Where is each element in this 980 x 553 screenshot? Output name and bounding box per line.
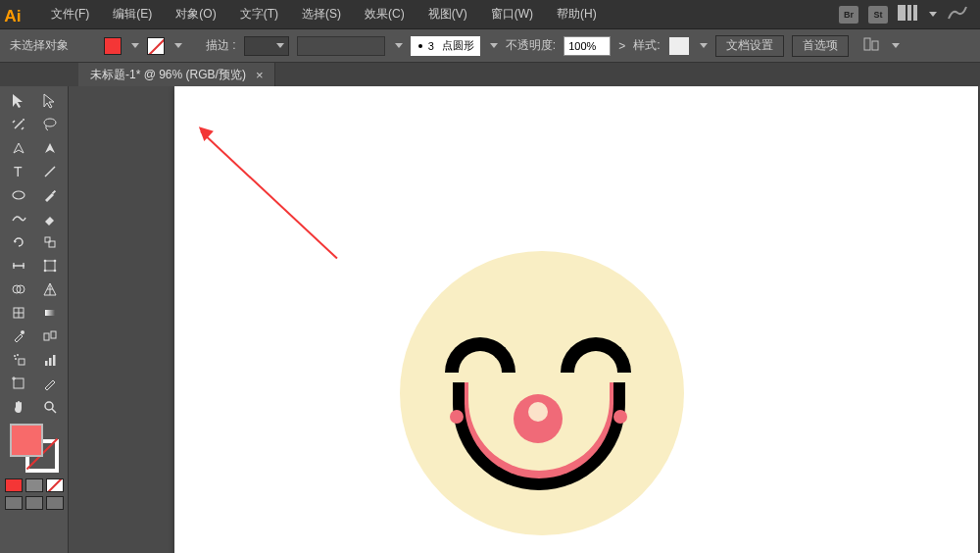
- pen-tool[interactable]: [4, 137, 33, 159]
- chevron-down-icon[interactable]: [929, 12, 937, 17]
- artwork-nose-inner: [528, 402, 548, 422]
- zoom-tool[interactable]: [35, 396, 65, 418]
- shape-builder-tool[interactable]: [4, 278, 33, 300]
- chevron-down-icon[interactable]: [131, 43, 139, 48]
- draw-inside-icon[interactable]: [46, 496, 64, 510]
- direct-selection-tool[interactable]: [35, 90, 65, 112]
- color-swatch-none[interactable]: [46, 478, 64, 492]
- svg-rect-34: [53, 355, 56, 366]
- chevron-down-icon[interactable]: [490, 43, 498, 48]
- selection-tool[interactable]: [4, 90, 33, 112]
- dot-icon: [418, 44, 422, 48]
- line-tool[interactable]: [35, 161, 65, 182]
- menu-window[interactable]: 窗口(W): [481, 2, 543, 26]
- menu-object[interactable]: 对象(O): [166, 2, 225, 26]
- stock-icon[interactable]: St: [868, 6, 888, 24]
- menu-help[interactable]: 帮助(H): [547, 2, 607, 26]
- column-graph-tool[interactable]: [35, 349, 65, 371]
- gpu-icon[interactable]: [947, 5, 968, 24]
- menu-file[interactable]: 文件(F): [41, 2, 99, 26]
- curvature-tool[interactable]: [35, 137, 65, 159]
- menu-type[interactable]: 文字(T): [230, 2, 288, 26]
- menu-select[interactable]: 选择(S): [292, 2, 351, 26]
- svg-rect-3: [913, 5, 917, 21]
- svg-rect-14: [45, 261, 55, 271]
- stroke-weight-input[interactable]: [244, 36, 289, 56]
- svg-point-16: [53, 260, 56, 263]
- paintbrush-tool[interactable]: [35, 184, 65, 206]
- menu-view[interactable]: 视图(V): [418, 2, 477, 26]
- scale-tool[interactable]: [35, 231, 65, 253]
- svg-rect-27: [51, 331, 56, 338]
- mesh-tool[interactable]: [4, 302, 33, 324]
- chevron-down-icon[interactable]: [892, 43, 900, 48]
- eraser-tool[interactable]: [35, 208, 65, 229]
- svg-point-17: [43, 270, 46, 273]
- svg-text:Ai: Ai: [4, 5, 21, 25]
- svg-point-30: [17, 354, 19, 356]
- color-mode-row: [5, 478, 64, 492]
- blend-tool[interactable]: [35, 326, 65, 347]
- svg-rect-5: [872, 41, 878, 50]
- type-tool[interactable]: T: [4, 161, 33, 182]
- fill-color-box[interactable]: [10, 424, 43, 457]
- chevron-down-icon[interactable]: [395, 43, 403, 48]
- document-tab[interactable]: 未标题-1* @ 96% (RGB/预览) ×: [78, 63, 275, 86]
- magic-wand-tool[interactable]: [4, 114, 33, 135]
- color-swatch-red[interactable]: [5, 478, 23, 492]
- rotate-tool[interactable]: [4, 231, 33, 253]
- arrange-docs-icon[interactable]: [898, 5, 917, 24]
- stroke-swatch[interactable]: [147, 37, 165, 55]
- canvas-area[interactable]: [69, 86, 980, 553]
- svg-point-6: [23, 119, 24, 121]
- draw-normal-icon[interactable]: [5, 496, 23, 510]
- artboard-tool[interactable]: [4, 373, 33, 394]
- perspective-grid-tool[interactable]: [35, 278, 65, 300]
- bridge-icon[interactable]: Br: [839, 6, 858, 24]
- draw-behind-icon[interactable]: [25, 496, 43, 510]
- symbol-sprayer-tool[interactable]: [4, 349, 33, 371]
- chevron-down-icon: [276, 43, 284, 48]
- toolbox: T: [0, 86, 69, 553]
- artwork-mouth-cap-right: [613, 410, 627, 424]
- opacity-input[interactable]: 100%: [564, 36, 611, 56]
- no-selection-label: 未选择对象: [10, 37, 69, 54]
- menu-effect[interactable]: 效果(C): [355, 2, 415, 26]
- align-dropdown[interactable]: [862, 36, 882, 55]
- opacity-value: 100%: [568, 40, 596, 52]
- ellipse-tool[interactable]: [4, 184, 33, 206]
- menu-right-widgets: Br St: [839, 5, 978, 24]
- svg-point-10: [13, 191, 24, 199]
- gradient-tool[interactable]: [35, 302, 65, 324]
- svg-rect-24: [45, 310, 55, 316]
- fill-swatch[interactable]: [104, 37, 122, 55]
- lasso-tool[interactable]: [35, 114, 65, 135]
- chevron-down-icon[interactable]: [174, 43, 182, 48]
- document-tab-title: 未标题-1* @ 96% (RGB/预览): [90, 67, 246, 83]
- svg-text:T: T: [14, 164, 23, 179]
- graphic-style-dropdown[interactable]: [668, 36, 690, 56]
- svg-line-39: [52, 409, 56, 413]
- style-label: 样式:: [633, 37, 660, 54]
- menu-edit[interactable]: 编辑(E): [103, 2, 162, 26]
- close-icon[interactable]: ×: [256, 68, 264, 82]
- shaper-tool[interactable]: [4, 208, 33, 229]
- width-tool[interactable]: [4, 255, 33, 276]
- stroke-profile-dropdown[interactable]: [297, 36, 385, 56]
- brush-definition-dropdown[interactable]: 3 点圆形: [411, 36, 480, 56]
- fill-stroke-indicator[interactable]: [8, 422, 61, 475]
- color-swatch-gradient[interactable]: [25, 478, 43, 492]
- svg-rect-11: [51, 190, 55, 194]
- chevron-down-icon[interactable]: [700, 43, 708, 48]
- brush-name: 点圆形: [442, 38, 474, 53]
- svg-point-7: [44, 119, 56, 126]
- doc-setup-button[interactable]: 文档设置: [715, 35, 784, 57]
- artwork-mouth-cap-left: [450, 410, 464, 424]
- svg-rect-4: [864, 38, 870, 50]
- slice-tool[interactable]: [35, 373, 65, 394]
- opacity-label: 不透明度:: [506, 37, 556, 54]
- hand-tool[interactable]: [4, 396, 33, 418]
- preferences-button[interactable]: 首选项: [792, 35, 849, 57]
- eyedropper-tool[interactable]: [4, 326, 33, 347]
- free-transform-tool[interactable]: [35, 255, 65, 276]
